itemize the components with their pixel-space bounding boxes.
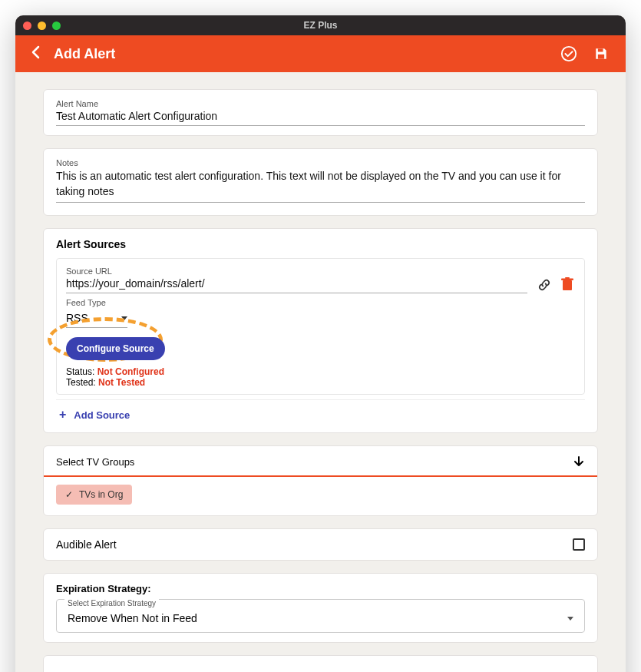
- expiration-value: Remove When Not in Feed: [68, 612, 197, 624]
- page-content: Alert Name Notes Alert Sources Source UR…: [15, 72, 626, 672]
- notes-label: Notes: [56, 158, 585, 167]
- expiration-legend: Select Expiration Strategy: [64, 599, 159, 607]
- page-title: Add Alert: [54, 46, 546, 62]
- source-status: Status: Not Configured: [66, 366, 527, 377]
- arrow-down-icon: [573, 455, 585, 468]
- save-button[interactable]: [592, 45, 610, 63]
- expiration-fieldset: Select Expiration Strategy Remove When N…: [56, 599, 585, 633]
- svg-point-0: [562, 47, 576, 61]
- alert-name-input[interactable]: [56, 108, 585, 126]
- window-titlebar: EZ Plus: [15, 15, 626, 35]
- add-source-label: Add Source: [74, 409, 130, 421]
- alert-name-label: Alert Name: [56, 99, 585, 108]
- alert-sources-card: Alert Sources Source URL Feed Type RSS: [43, 228, 598, 433]
- expiration-select[interactable]: Remove When Not in Feed: [64, 612, 577, 632]
- source-url-label: Source URL: [66, 266, 527, 276]
- expiration-card: Expiration Strategy: Select Expiration S…: [43, 573, 598, 643]
- feed-type-label: Feed Type: [66, 298, 527, 307]
- audible-alert-checkbox[interactable]: [573, 538, 585, 551]
- svg-rect-2: [598, 55, 604, 59]
- tv-group-chip-label: TVs in Org: [79, 489, 123, 500]
- check-icon: ✓: [65, 489, 73, 500]
- source-tested: Tested: Not Tested: [66, 377, 527, 388]
- plus-icon: +: [59, 408, 66, 421]
- validate-button[interactable]: [560, 45, 578, 63]
- audible-alert-label: Audible Alert: [56, 538, 117, 551]
- feed-type-value: RSS: [66, 312, 88, 324]
- partial-card: [43, 655, 598, 672]
- chevron-down-icon: [121, 316, 127, 320]
- tv-groups-header[interactable]: Select TV Groups: [44, 446, 597, 477]
- configure-source-button[interactable]: Configure Source: [66, 337, 165, 360]
- tested-value: Not Tested: [98, 377, 145, 388]
- expiration-heading: Expiration Strategy:: [56, 583, 585, 594]
- status-value: Not Configured: [97, 366, 164, 377]
- svg-rect-5: [565, 277, 570, 279]
- tv-groups-heading: Select TV Groups: [56, 456, 134, 468]
- app-window: EZ Plus Add Alert Alert Name Notes Alert…: [15, 15, 626, 672]
- app-header: Add Alert: [15, 35, 626, 72]
- add-source-button[interactable]: +Add Source: [56, 399, 585, 423]
- status-label: Status:: [66, 366, 94, 377]
- chevron-down-icon: [567, 617, 573, 621]
- notes-input[interactable]: [56, 167, 585, 203]
- feed-type-select[interactable]: RSS: [66, 310, 127, 328]
- tested-label: Tested:: [66, 377, 96, 388]
- window-title: EZ Plus: [15, 20, 626, 31]
- svg-rect-3: [563, 280, 572, 290]
- alert-sources-heading: Alert Sources: [56, 238, 585, 250]
- tv-groups-card: Select TV Groups ✓ TVs in Org: [43, 445, 598, 516]
- tv-group-chip[interactable]: ✓ TVs in Org: [56, 485, 132, 505]
- source-item: Source URL Feed Type RSS Configure Sourc…: [56, 258, 585, 395]
- notes-card: Notes: [43, 148, 598, 216]
- svg-rect-1: [598, 48, 603, 51]
- alert-name-card: Alert Name: [43, 89, 598, 136]
- back-button[interactable]: [31, 45, 40, 63]
- link-icon[interactable]: [537, 277, 550, 291]
- source-url-input[interactable]: [66, 276, 527, 293]
- audible-alert-card: Audible Alert: [43, 528, 598, 561]
- trash-icon[interactable]: [561, 277, 575, 291]
